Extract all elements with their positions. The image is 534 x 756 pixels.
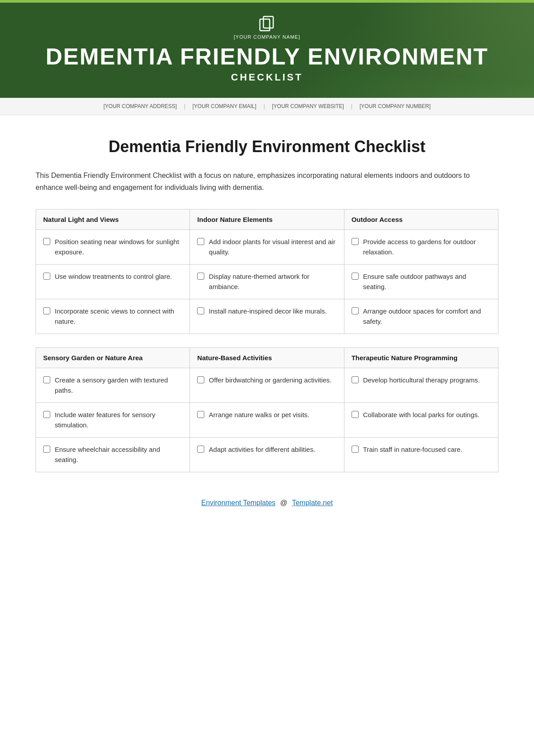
company-logo: [YOUR COMPANY NAME] xyxy=(45,15,488,40)
table1-r2c1: Use window treatments to control glare. xyxy=(36,265,190,299)
subheader-bar: [YOUR COMPANY ADDRESS] | [YOUR COMPANY E… xyxy=(0,98,534,115)
checkbox[interactable] xyxy=(352,376,359,383)
main-content: Dementia Friendly Environment Checklist … xyxy=(0,115,534,543)
svg-rect-1 xyxy=(263,16,273,28)
table2-r3c3: Train staff in nature-focused care. xyxy=(344,438,498,472)
footer-at-text: @ xyxy=(280,499,287,507)
table2-header-1: Sensory Garden or Nature Area xyxy=(36,348,190,368)
checkbox[interactable] xyxy=(43,307,50,314)
checkbox[interactable] xyxy=(197,446,204,453)
table2-r2c2: Arrange nature walks or pet visits. xyxy=(190,403,344,438)
checkbox[interactable] xyxy=(197,411,204,418)
table1-r1c2: Add indoor plants for visual interest an… xyxy=(190,230,344,265)
svg-rect-0 xyxy=(260,19,270,31)
header-top-bar xyxy=(0,0,534,3)
table-row: Ensure wheelchair accessibility and seat… xyxy=(36,438,498,472)
table2-r1c2: Offer birdwatching or gardening activiti… xyxy=(190,368,344,403)
company-website: [YOUR COMPANY WEBSITE] xyxy=(265,103,351,109)
page-header: [YOUR COMPANY NAME] DEMENTIA FRIENDLY EN… xyxy=(0,0,534,98)
table1-header-1: Natural Light and Views xyxy=(36,209,190,230)
table2-r3c1: Ensure wheelchair accessibility and seat… xyxy=(36,438,190,472)
company-name: [YOUR COMPANY NAME] xyxy=(234,34,300,40)
table-row: Use window treatments to control glare. … xyxy=(36,265,498,299)
checkbox[interactable] xyxy=(352,411,359,418)
company-number: [YOUR COMPANY NUMBER] xyxy=(352,103,438,109)
checkbox[interactable] xyxy=(352,446,359,453)
page-footer: Environment Templates @ Template.net xyxy=(36,486,498,525)
checkbox[interactable] xyxy=(352,238,359,245)
checkbox[interactable] xyxy=(43,376,50,383)
environment-templates-link[interactable]: Environment Templates xyxy=(201,499,275,507)
table1-header-2: Indoor Nature Elements xyxy=(190,209,344,230)
table2-r2c3: Collaborate with local parks for outings… xyxy=(344,403,498,438)
table-row: Position seating near windows for sunlig… xyxy=(36,230,498,265)
checkbox[interactable] xyxy=(352,307,359,314)
templatenet-link[interactable]: Template.net xyxy=(292,499,333,507)
table1-r1c1: Position seating near windows for sunlig… xyxy=(36,230,190,265)
table2-r1c3: Develop horticultural therapy programs. xyxy=(344,368,498,403)
table2-r3c2: Adapt activities for different abilities… xyxy=(190,438,344,472)
table1-r3c2: Install nature-inspired decor like mural… xyxy=(190,299,344,334)
document-description: This Dementia Friendly Environment Check… xyxy=(36,169,498,193)
table-row: Create a sensory garden with textured pa… xyxy=(36,368,498,403)
checkbox[interactable] xyxy=(197,238,204,245)
checkbox[interactable] xyxy=(43,446,50,453)
logo-icon xyxy=(258,15,276,32)
checkbox[interactable] xyxy=(352,273,359,280)
table2-r1c1: Create a sensory garden with textured pa… xyxy=(36,368,190,403)
checkbox[interactable] xyxy=(197,376,204,383)
table1-r3c3: Arrange outdoor spaces for comfort and s… xyxy=(344,299,498,334)
company-address: [YOUR COMPANY ADDRESS] xyxy=(96,103,184,109)
checkbox[interactable] xyxy=(43,411,50,418)
checkbox[interactable] xyxy=(197,273,204,280)
table2-header-2: Nature-Based Activities xyxy=(190,348,344,368)
document-title: Dementia Friendly Environment Checklist xyxy=(36,137,498,156)
table2-r2c1: Include water features for sensory stimu… xyxy=(36,403,190,438)
checklist-table-2: Sensory Garden or Nature Area Nature-Bas… xyxy=(36,347,498,472)
header-content: [YOUR COMPANY NAME] DEMENTIA FRIENDLY EN… xyxy=(36,6,497,92)
table-row: Incorporate scenic views to connect with… xyxy=(36,299,498,334)
header-title: DEMENTIA FRIENDLY ENVIRONMENT xyxy=(45,44,488,69)
checklist-table-1: Natural Light and Views Indoor Nature El… xyxy=(36,209,498,334)
table1-r2c3: Ensure safe outdoor pathways and seating… xyxy=(344,265,498,299)
table-row: Include water features for sensory stimu… xyxy=(36,403,498,438)
table1-r3c1: Incorporate scenic views to connect with… xyxy=(36,299,190,334)
table1-header-3: Outdoor Access xyxy=(344,209,498,230)
header-subtitle: CHECKLIST xyxy=(45,72,488,83)
table1-r1c3: Provide access to gardens for outdoor re… xyxy=(344,230,498,265)
company-email: [YOUR COMPANY EMAIL] xyxy=(186,103,264,109)
table1-r2c2: Display nature-themed artwork for ambian… xyxy=(190,265,344,299)
checkbox[interactable] xyxy=(43,273,50,280)
table2-header-3: Therapeutic Nature Programming xyxy=(344,348,498,368)
checkbox[interactable] xyxy=(197,307,204,314)
checkbox[interactable] xyxy=(43,238,50,245)
